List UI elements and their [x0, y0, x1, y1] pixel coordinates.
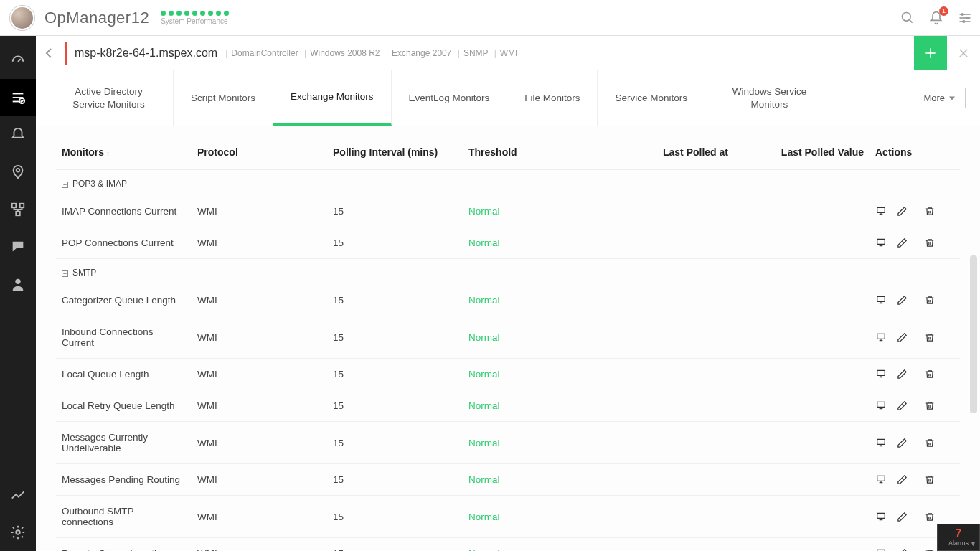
delete-icon[interactable]	[925, 512, 935, 522]
edit-icon[interactable]	[897, 332, 908, 343]
cell-monitor: Outbound SMTP connections	[56, 496, 192, 538]
tab-exchange-monitors[interactable]: Exchange Monitors	[273, 70, 392, 126]
cell-polled-value	[734, 422, 870, 464]
edit-icon[interactable]	[897, 400, 908, 411]
cell-monitor: POP Connections Current	[56, 227, 192, 259]
view-icon[interactable]	[875, 332, 887, 343]
delete-icon[interactable]	[925, 400, 935, 411]
settings-toggle-icon[interactable]	[957, 10, 973, 26]
alarms-widget[interactable]: 7 Alarms ▼	[937, 524, 980, 551]
edit-icon[interactable]	[897, 438, 908, 448]
view-icon[interactable]	[875, 438, 887, 448]
cell-interval: 15	[327, 496, 463, 538]
avatar[interactable]	[10, 6, 34, 30]
back-button[interactable]	[36, 36, 62, 70]
delete-icon[interactable]	[925, 369, 935, 380]
add-button[interactable]	[914, 36, 947, 70]
cell-threshold: Normal	[463, 316, 598, 359]
cell-interval: 15	[327, 464, 463, 496]
view-icon[interactable]	[875, 295, 887, 306]
view-icon[interactable]	[875, 237, 887, 248]
cell-protocol: WMI	[192, 196, 327, 227]
edit-icon[interactable]	[897, 512, 908, 522]
view-icon[interactable]	[875, 474, 887, 485]
delete-icon[interactable]	[925, 206, 935, 217]
tab-windows-service-monitors[interactable]: Windows Service Monitors	[705, 70, 834, 126]
crumb-accent	[65, 42, 67, 65]
tab-ad-service-monitors[interactable]: Active Directory Service Monitors	[44, 70, 174, 126]
system-performance[interactable]: System Performance	[161, 11, 229, 25]
view-icon[interactable]	[875, 206, 887, 217]
edit-icon[interactable]	[897, 206, 908, 217]
delete-icon[interactable]	[925, 474, 935, 485]
sidebar-item-settings[interactable]	[0, 514, 36, 551]
sidebar-item-dashboard[interactable]	[0, 42, 36, 79]
delete-icon[interactable]	[925, 438, 935, 448]
sidebar-item-maps[interactable]	[0, 154, 36, 191]
table-group[interactable]: −POP3 & IMAP	[56, 170, 960, 197]
delete-icon[interactable]	[925, 332, 935, 343]
svg-point-17	[15, 279, 20, 284]
tab-service-monitors[interactable]: Service Monitors	[598, 70, 705, 126]
svg-rect-33	[877, 334, 885, 339]
perf-dots	[161, 11, 229, 16]
cell-threshold: Normal	[463, 422, 598, 464]
delete-icon[interactable]	[925, 548, 935, 551]
sidebar-item-alerts[interactable]	[0, 116, 36, 154]
main: msp-k8r2e-64-1.mspex.com |DomainControll…	[36, 36, 980, 551]
notifications-icon[interactable]: 1	[928, 10, 944, 26]
edit-icon[interactable]	[897, 474, 908, 485]
table-row: Messages Currently UndeliverableWMI15Nor…	[56, 422, 960, 464]
edit-icon[interactable]	[897, 237, 908, 248]
more-button[interactable]: More	[913, 88, 966, 108]
table-group[interactable]: −SMTP	[56, 259, 960, 286]
cell-monitor: Local Retry Queue Length	[56, 390, 192, 422]
view-icon[interactable]	[875, 548, 887, 551]
cell-monitor: Remote Queue Length	[56, 538, 192, 552]
cell-threshold: Normal	[463, 196, 598, 227]
cell-monitor: Categorizer Queue Length	[56, 285, 192, 316]
sidebar-item-user[interactable]	[0, 265, 36, 303]
edit-icon[interactable]	[897, 548, 908, 551]
cell-monitor: IMAP Connections Current	[56, 196, 192, 227]
tab-script-monitors[interactable]: Script Monitors	[174, 70, 273, 126]
view-icon[interactable]	[875, 369, 887, 380]
sidebar-item-chat[interactable]	[0, 228, 36, 265]
edit-icon[interactable]	[897, 295, 908, 306]
col-threshold[interactable]: Threshold	[463, 139, 598, 170]
close-button[interactable]	[947, 36, 980, 70]
edit-icon[interactable]	[897, 369, 908, 380]
cell-interval: 15	[327, 390, 463, 422]
cell-polled-at	[598, 359, 734, 390]
sidebar-item-reports[interactable]	[0, 476, 36, 514]
cell-polled-value	[734, 196, 870, 227]
cell-polled-value	[734, 316, 870, 359]
tab-eventlog-monitors[interactable]: EventLog Monitors	[392, 70, 508, 126]
cell-polled-at	[598, 227, 734, 259]
cell-protocol: WMI	[192, 422, 327, 464]
svg-rect-24	[877, 207, 885, 212]
chevron-down-icon: ▼	[970, 540, 976, 547]
cell-interval: 15	[327, 316, 463, 359]
view-icon[interactable]	[875, 400, 887, 411]
svg-rect-36	[877, 370, 885, 375]
brand: OpManager12	[44, 9, 149, 27]
delete-icon[interactable]	[925, 237, 935, 248]
sidebar-item-inventory[interactable]	[0, 79, 36, 116]
svg-line-8	[18, 59, 21, 62]
view-icon[interactable]	[875, 512, 887, 522]
sidebar-item-network[interactable]	[0, 191, 36, 228]
col-monitors[interactable]: Monitors	[56, 139, 192, 170]
col-polled-value[interactable]: Last Polled Value	[734, 139, 870, 170]
col-protocol[interactable]: Protocol	[192, 139, 327, 170]
scrollbar[interactable]	[970, 255, 977, 413]
col-polled-at[interactable]: Last Polled at	[598, 139, 734, 170]
delete-icon[interactable]	[925, 295, 935, 306]
col-interval[interactable]: Polling Interval (mins)	[327, 139, 463, 170]
table-row: Local Retry Queue LengthWMI15Normal	[56, 390, 960, 422]
search-icon[interactable]	[900, 10, 915, 26]
table-row: Outbound SMTP connectionsWMI15Normal	[56, 496, 960, 538]
col-actions[interactable]: Actions	[870, 139, 960, 170]
tab-file-monitors[interactable]: File Monitors	[507, 70, 598, 126]
cell-polled-value	[734, 285, 870, 316]
